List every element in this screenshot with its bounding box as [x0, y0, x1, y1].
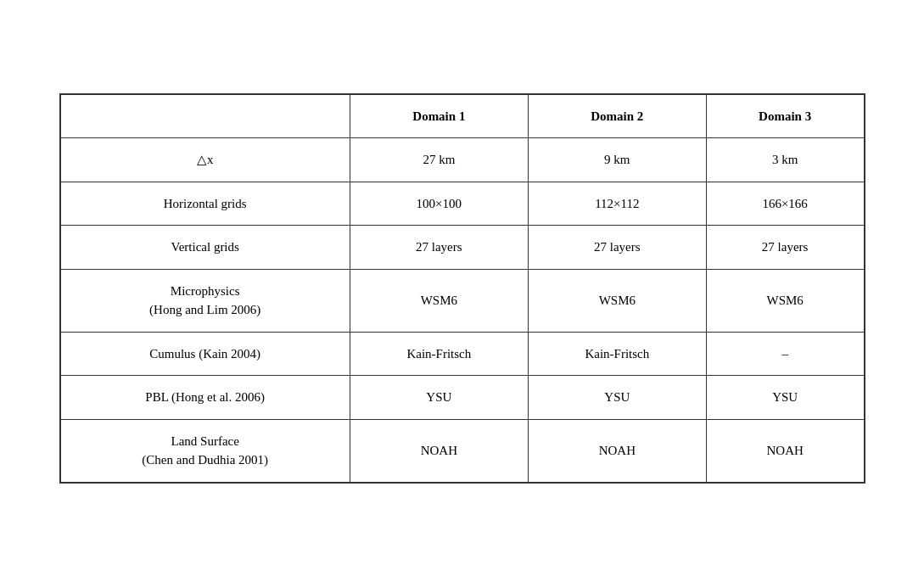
- row-cumulus-d3: –: [706, 332, 864, 376]
- table-row: Land Surface(Chen and Dudhia 2001) NOAH …: [60, 419, 865, 483]
- header-domain3: Domain 3: [706, 94, 864, 138]
- table-row: Microphysics(Hong and Lim 2006) WSM6 WSM…: [60, 269, 865, 332]
- row-dx-d2: 9 km: [528, 138, 706, 182]
- header-empty: [60, 94, 350, 138]
- row-vgrids-d1: 27 layers: [350, 226, 528, 270]
- row-label-cumulus: Cumulus (Kain 2004): [60, 332, 350, 376]
- table-row: Vertical grids 27 layers 27 layers 27 la…: [60, 226, 865, 270]
- row-label-vgrids: Vertical grids: [60, 226, 350, 270]
- row-cumulus-d2: Kain-Fritsch: [528, 332, 706, 376]
- configuration-table: Domain 1 Domain 2 Domain 3 △x 27 km 9 km…: [59, 93, 865, 484]
- row-label-pbl: PBL (Hong et al. 2006): [60, 376, 350, 420]
- row-microphysics-d1: WSM6: [350, 269, 528, 332]
- row-vgrids-d2: 27 layers: [528, 226, 706, 270]
- row-hgrids-d3: 166×166: [706, 182, 864, 226]
- row-microphysics-d2: WSM6: [528, 269, 706, 332]
- row-microphysics-d3: WSM6: [706, 269, 864, 332]
- row-land-d3: NOAH: [706, 419, 864, 483]
- row-vgrids-d3: 27 layers: [706, 226, 864, 270]
- table-row: △x 27 km 9 km 3 km: [60, 138, 865, 182]
- row-label-dx: △x: [60, 138, 350, 182]
- header-domain1: Domain 1: [350, 94, 528, 138]
- row-land-d2: NOAH: [528, 419, 706, 483]
- row-hgrids-d2: 112×112: [528, 182, 706, 226]
- row-dx-d3: 3 km: [706, 138, 864, 182]
- row-dx-d1: 27 km: [350, 138, 528, 182]
- row-pbl-d2: YSU: [528, 376, 706, 420]
- row-pbl-d1: YSU: [350, 376, 528, 420]
- table-row: Cumulus (Kain 2004) Kain-Fritsch Kain-Fr…: [60, 332, 865, 376]
- table-row: PBL (Hong et al. 2006) YSU YSU YSU: [60, 376, 865, 420]
- row-cumulus-d1: Kain-Fritsch: [350, 332, 528, 376]
- row-label-microphysics: Microphysics(Hong and Lim 2006): [60, 269, 350, 332]
- row-land-d1: NOAH: [350, 419, 528, 483]
- row-pbl-d3: YSU: [706, 376, 864, 420]
- row-label-hgrids: Horizontal grids: [60, 182, 350, 226]
- row-label-land: Land Surface(Chen and Dudhia 2001): [60, 419, 350, 483]
- table-row: Horizontal grids 100×100 112×112 166×166: [60, 182, 865, 226]
- row-hgrids-d1: 100×100: [350, 182, 528, 226]
- table-container: Domain 1 Domain 2 Domain 3 △x 27 km 9 km…: [59, 93, 865, 484]
- header-row: Domain 1 Domain 2 Domain 3: [60, 94, 865, 138]
- header-domain2: Domain 2: [528, 94, 706, 138]
